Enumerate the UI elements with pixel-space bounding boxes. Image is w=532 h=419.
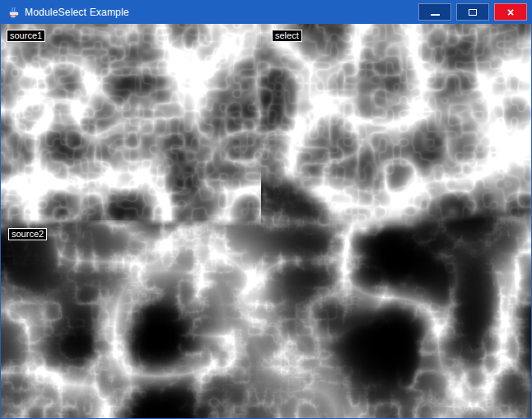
minimize-icon	[431, 14, 440, 16]
render-area: source1 select source2	[1, 24, 531, 418]
maximize-icon	[469, 9, 477, 16]
titlebar[interactable]: ModuleSelect Example ×	[1, 1, 531, 24]
window-title: ModuleSelect Example	[25, 7, 129, 18]
java-icon	[7, 6, 20, 19]
maximize-button[interactable]	[456, 3, 489, 21]
label-select: select	[272, 30, 302, 42]
minimize-button[interactable]	[418, 3, 451, 21]
app-window: ModuleSelect Example × source1 select so…	[0, 0, 532, 419]
noise-canvas	[1, 24, 531, 418]
label-source1: source1	[7, 30, 45, 42]
close-icon: ×	[507, 7, 514, 18]
label-source2: source2	[8, 228, 47, 240]
window-controls: ×	[418, 3, 527, 21]
close-button[interactable]: ×	[494, 3, 527, 21]
